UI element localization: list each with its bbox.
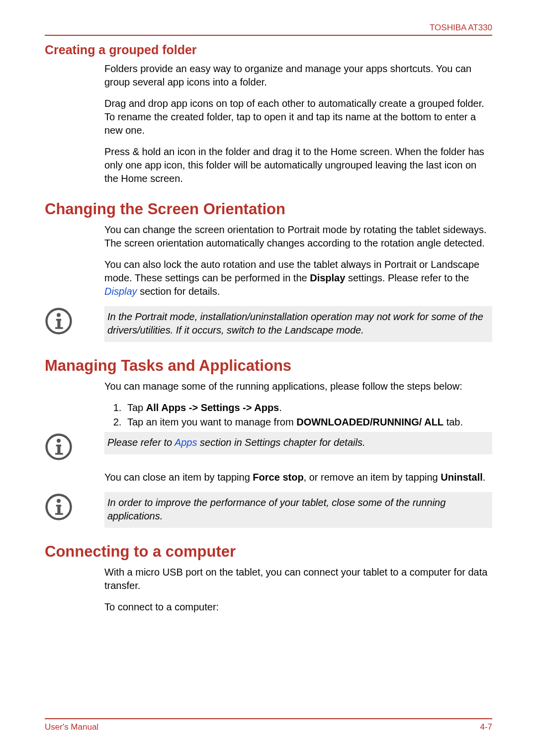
folder-p3: Press & hold an icon in the folder and d… [104, 145, 492, 185]
info-icon-cell-2 [45, 432, 104, 461]
svg-rect-4 [55, 327, 63, 329]
orientation-p2-mid: settings. Please refer to the [345, 272, 469, 283]
tasks-body-2: You can close an item by tapping Force s… [104, 471, 492, 484]
manual-page: TOSHIBA AT330 Creating a grouped folder … [0, 0, 537, 756]
info-icon-cell-3 [45, 492, 104, 521]
info-icon [45, 493, 73, 521]
svg-rect-8 [57, 445, 60, 454]
connect-p1: With a micro USB port on the tablet, you… [104, 566, 492, 592]
heading-tasks: Managing Tasks and Applications [45, 357, 492, 375]
connect-body: With a micro USB port on the tablet, you… [104, 566, 492, 614]
info-icon [45, 307, 73, 335]
step2-pre: Tap an item you want to manage from [127, 417, 296, 427]
heading-orientation: Changing the Screen Orientation [45, 200, 492, 218]
page-footer: User's Manual 4-7 [45, 718, 492, 732]
svg-point-1 [57, 313, 61, 317]
svg-rect-3 [57, 319, 60, 329]
orientation-p2-bold: Display [310, 272, 345, 283]
tasks-p2: You can close an item by tapping Force s… [104, 471, 492, 484]
tasks-note2: In order to improve the performance of y… [104, 492, 492, 528]
step1-bold: All Apps -> Settings -> Apps [146, 402, 279, 413]
tasks-step-2: Tap an item you want to manage from DOWN… [124, 416, 492, 429]
svg-rect-14 [55, 513, 63, 515]
tasks-p2-post: . [483, 472, 486, 483]
folder-p2: Drag and drop app icons on top of each o… [104, 97, 492, 137]
orientation-note-row: In the Portrait mode, installation/unins… [45, 306, 492, 342]
tasks-p1: You can manage some of the running appli… [104, 380, 492, 393]
tasks-step-1: Tap All Apps -> Settings -> Apps. [124, 401, 492, 415]
info-icon [45, 433, 73, 461]
tasks-note1: Please refer to Apps section in Settings… [104, 432, 492, 454]
tasks-p2-mid: , or remove an item by tapping [304, 472, 441, 483]
svg-point-6 [57, 439, 61, 443]
orientation-p2: You can also lock the auto rotation and … [104, 258, 492, 298]
orientation-display-link[interactable]: Display [104, 286, 137, 297]
header-rule [45, 35, 492, 36]
tasks-steps: Tap All Apps -> Settings -> Apps. Tap an… [104, 401, 492, 429]
folder-body: Folders provide an easy way to organize … [104, 62, 492, 185]
step1-post: . [279, 402, 282, 413]
tasks-p2-pre: You can close an item by tapping [104, 472, 253, 483]
svg-point-11 [57, 499, 61, 503]
tasks-p2-b1: Force stop [253, 472, 303, 483]
tasks-note1-pre: Please refer to [107, 437, 175, 448]
tasks-note1-row: Please refer to Apps section in Settings… [45, 432, 492, 461]
orientation-body: You can change the screen orientation to… [104, 223, 492, 298]
info-icon-cell [45, 306, 104, 335]
header-product: TOSHIBA AT330 [45, 20, 492, 33]
orientation-p2-post: section for details. [137, 286, 220, 297]
tasks-note2-row: In order to improve the performance of y… [45, 492, 492, 528]
tasks-p2-b2: Uninstall [441, 472, 482, 483]
folder-p1: Folders provide an easy way to organize … [104, 62, 492, 89]
step1-pre: Tap [127, 402, 146, 413]
orientation-p1: You can change the screen orientation to… [104, 223, 492, 250]
footer-page-number: 4-7 [480, 722, 492, 732]
svg-rect-13 [57, 505, 60, 514]
svg-rect-9 [55, 453, 63, 455]
footer-left: User's Manual [45, 722, 98, 732]
orientation-note: In the Portrait mode, installation/unins… [104, 306, 492, 342]
step2-bold: DOWNLOADED/RUNNING/ ALL [296, 417, 444, 427]
footer-rule [45, 718, 492, 719]
step2-post: tab. [444, 417, 463, 427]
connect-p2: To connect to a computer: [104, 600, 492, 614]
tasks-apps-link[interactable]: Apps [175, 437, 197, 448]
heading-grouped-folder: Creating a grouped folder [45, 43, 492, 57]
tasks-body: You can manage some of the running appli… [104, 380, 492, 429]
heading-connect: Connecting to a computer [45, 543, 492, 561]
tasks-note1-post: section in Settings chapter for details. [197, 437, 365, 448]
